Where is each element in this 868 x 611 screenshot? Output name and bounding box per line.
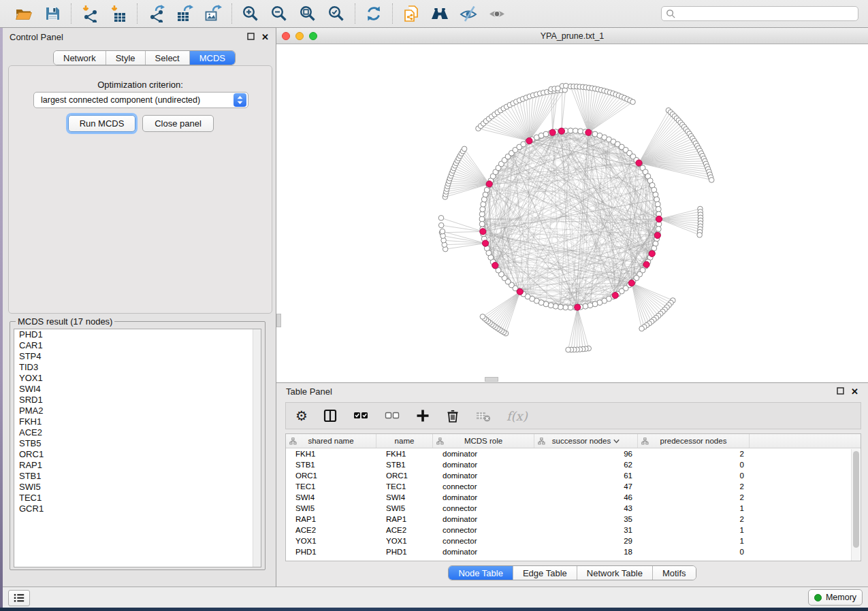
table-row[interactable]: RAP1RAP1dominator352 (286, 514, 861, 525)
gear-icon[interactable]: ⚙ (295, 409, 308, 423)
mcds-result-item[interactable]: STP4 (14, 351, 261, 362)
cell-successor-nodes[interactable]: 31 (534, 525, 638, 535)
mcds-result-item[interactable]: SWI5 (14, 482, 261, 493)
mcds-result-item[interactable]: ORC1 (14, 449, 261, 460)
cell-predecessor-nodes[interactable]: 1 (638, 535, 750, 546)
cell-MCDS-role[interactable]: connector (433, 525, 534, 535)
network-canvas[interactable] (276, 44, 868, 382)
cell-MCDS-role[interactable]: connector (433, 503, 534, 514)
save-session-icon[interactable] (43, 4, 62, 23)
search-field[interactable] (661, 6, 858, 21)
cell-successor-nodes[interactable]: 35 (534, 514, 638, 525)
deselect-all-icon[interactable] (384, 408, 400, 423)
binoculars-icon[interactable] (430, 4, 449, 23)
tab-edge-table[interactable]: Edge Table (513, 566, 577, 580)
splitter-grip-vertical[interactable] (276, 314, 281, 327)
float-window-icon[interactable] (247, 31, 255, 43)
table-row[interactable]: FKH1FKH1dominator962 (286, 448, 861, 459)
table-row[interactable]: YOX1YOX1connector291 (286, 535, 861, 546)
mcds-result-item[interactable]: PHD1 (14, 329, 261, 340)
cell-predecessor-nodes[interactable]: 0 (638, 470, 750, 481)
cell-name[interactable]: RAP1 (376, 514, 433, 525)
cell-shared-name[interactable]: SWI5 (286, 503, 376, 514)
cell-MCDS-role[interactable]: dominator (433, 459, 534, 470)
cell-shared-name[interactable]: ORC1 (286, 470, 376, 481)
table-row[interactable]: SWI4SWI4dominator462 (286, 492, 861, 503)
cell-successor-nodes[interactable]: 61 (534, 470, 638, 481)
export-network-icon[interactable] (146, 4, 165, 23)
criterion-select[interactable]: largest connected component (undirected) (33, 92, 248, 108)
mcds-result-item[interactable]: STB1 (14, 471, 261, 482)
clone-network-icon[interactable] (402, 4, 421, 23)
cell-successor-nodes[interactable]: 62 (534, 459, 638, 470)
table-row[interactable]: TEC1TEC1connector472 (286, 481, 861, 492)
tab-select[interactable]: Select (146, 51, 190, 65)
open-file-icon[interactable] (14, 4, 33, 23)
mcds-result-item[interactable]: PMA2 (14, 406, 261, 416)
mcds-result-item[interactable]: GCR1 (14, 503, 261, 514)
eye-icon[interactable] (487, 4, 507, 23)
split-columns-icon[interactable] (323, 408, 338, 423)
cell-successor-nodes[interactable]: 29 (534, 535, 638, 546)
search-input[interactable] (679, 9, 854, 18)
mcds-result-item[interactable]: SRD1 (14, 395, 261, 406)
tab-network[interactable]: Network (54, 51, 106, 65)
cell-MCDS-role[interactable]: connector (433, 535, 534, 546)
cell-shared-name[interactable]: TEC1 (286, 481, 376, 492)
cell-MCDS-role[interactable]: connector (433, 481, 534, 492)
cell-shared-name[interactable]: PHD1 (286, 546, 376, 557)
cell-shared-name[interactable]: ACE2 (286, 525, 376, 535)
import-table-icon[interactable] (109, 4, 128, 23)
cell-name[interactable]: YOX1 (376, 535, 433, 546)
cell-predecessor-nodes[interactable]: 2 (638, 514, 750, 525)
mcds-list-scrollbar[interactable] (253, 329, 261, 567)
cell-successor-nodes[interactable]: 18 (534, 546, 638, 557)
table-row[interactable]: ORC1ORC1dominator610 (286, 470, 861, 481)
column-header-name[interactable]: name (376, 434, 433, 448)
column-header-MCDS-role[interactable]: MCDS role (433, 434, 534, 448)
float-window-icon[interactable] (837, 385, 844, 397)
tab-network-table[interactable]: Network Table (577, 566, 653, 580)
cell-name[interactable]: SWI5 (376, 503, 433, 514)
cell-name[interactable]: FKH1 (376, 448, 433, 459)
table-row[interactable]: PHD1PHD1dominator180 (286, 546, 861, 557)
zoom-selected-icon[interactable] (327, 4, 346, 23)
cell-successor-nodes[interactable]: 96 (534, 448, 638, 459)
cell-shared-name[interactable]: RAP1 (286, 514, 376, 525)
close-panel-button[interactable]: Close panel (142, 115, 214, 132)
run-mcds-button[interactable]: Run MCDS (68, 115, 135, 132)
memory-button[interactable]: Memory (808, 589, 863, 606)
tab-motifs[interactable]: Motifs (653, 566, 696, 580)
cell-predecessor-nodes[interactable]: 2 (638, 448, 750, 459)
cell-name[interactable]: SWI4 (376, 492, 433, 503)
table-row[interactable]: ACE2ACE2connector311 (286, 525, 861, 535)
cell-MCDS-role[interactable]: dominator (433, 492, 534, 503)
cell-shared-name[interactable]: STB1 (286, 459, 376, 470)
table-scrollbar-thumb[interactable] (853, 451, 859, 548)
cell-name[interactable]: ORC1 (376, 470, 433, 481)
cell-predecessor-nodes[interactable]: 1 (638, 503, 750, 514)
cell-MCDS-role[interactable]: dominator (433, 448, 534, 459)
cell-MCDS-role[interactable]: dominator (433, 514, 534, 525)
tab-node-table[interactable]: Node Table (449, 566, 513, 580)
tab-style[interactable]: Style (106, 51, 146, 65)
table-row[interactable]: SWI5SWI5connector431 (286, 503, 861, 514)
refresh-icon[interactable] (364, 4, 383, 23)
table-scrollbar[interactable] (851, 449, 860, 561)
task-history-button[interactable] (8, 590, 30, 606)
column-header-predecessor-nodes[interactable]: predecessor nodes (638, 434, 750, 448)
cell-MCDS-role[interactable]: dominator (433, 470, 534, 481)
export-image-icon[interactable] (204, 4, 223, 23)
close-icon[interactable]: ✕ (261, 33, 269, 42)
column-header-successor-nodes[interactable]: successor nodes (534, 434, 638, 448)
mcds-result-item[interactable]: CAR1 (14, 340, 261, 351)
table-row[interactable]: STB1STB1dominator620 (286, 459, 861, 470)
cell-predecessor-nodes[interactable]: 2 (638, 492, 750, 503)
close-icon[interactable]: ✕ (851, 387, 858, 396)
zoom-in-icon[interactable] (241, 4, 260, 23)
cell-successor-nodes[interactable]: 46 (534, 492, 638, 503)
cell-shared-name[interactable]: FKH1 (286, 448, 376, 459)
cell-predecessor-nodes[interactable]: 1 (638, 525, 750, 535)
column-header-shared-name[interactable]: shared name (286, 434, 376, 448)
export-table-icon[interactable] (175, 4, 194, 23)
